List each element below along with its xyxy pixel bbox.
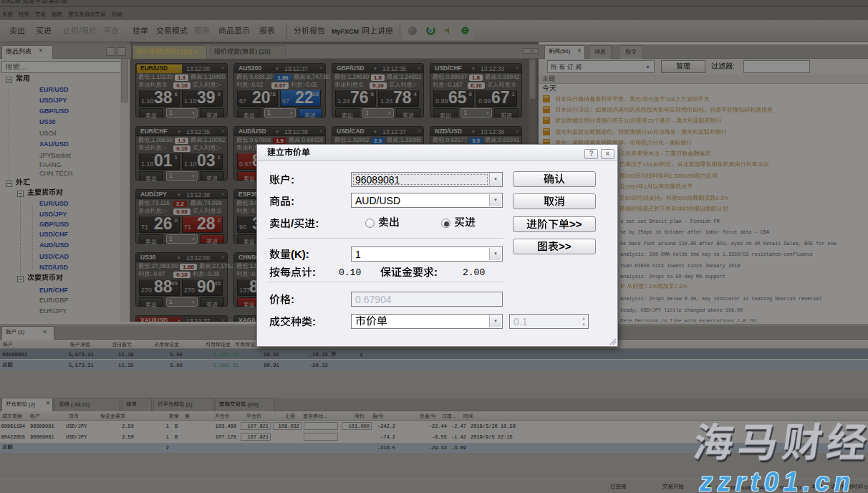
svg-text:(K):: (K): xyxy=(291,248,309,260)
svg-text::: : xyxy=(291,293,294,305)
svg-text::: : xyxy=(434,266,438,278)
svg-text:>>: >> xyxy=(559,240,572,252)
svg-text::: : xyxy=(315,217,319,229)
svg-text::: : xyxy=(291,173,294,186)
svg-text::: : xyxy=(312,266,316,278)
svg-text::: : xyxy=(291,195,294,207)
svg-text::: : xyxy=(312,315,316,327)
svg-text:>>: >> xyxy=(569,218,582,230)
svg-text:/: / xyxy=(291,217,294,229)
